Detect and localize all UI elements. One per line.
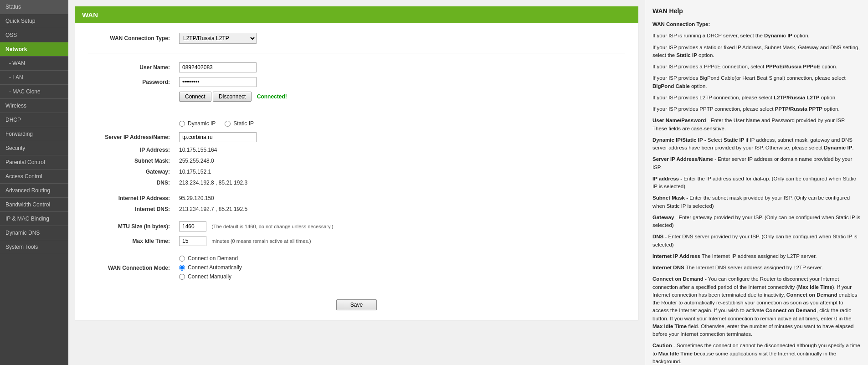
dynamic-ip-radio[interactable] bbox=[179, 121, 185, 127]
help-connection-type-heading: WAN Connection Type: bbox=[652, 21, 710, 27]
max-idle-note: minutes (0 means remain active at all ti… bbox=[211, 238, 311, 244]
dynamic-ip-option[interactable]: Dynamic IP bbox=[179, 120, 216, 127]
connect-automatically-radio[interactable] bbox=[179, 265, 185, 271]
dynamic-ip-label: Dynamic IP bbox=[188, 120, 216, 127]
help-paragraph: Internet DNS The Internet DNS server add… bbox=[652, 264, 861, 272]
server-ip-row: Server IP Address/Name: bbox=[84, 130, 629, 144]
password-row: Password: bbox=[84, 75, 629, 89]
max-idle-input[interactable] bbox=[179, 236, 206, 246]
connect-on-demand-option[interactable]: Connect on Demand bbox=[179, 255, 625, 262]
connect-manually-label: Connect Manually bbox=[188, 273, 231, 280]
subnet-mask-label: Subnet Mask: bbox=[84, 155, 175, 166]
internet-ip-row: Internet IP Address: 95.29.120.150 bbox=[84, 193, 629, 204]
dns-row: DNS: 213.234.192.8 , 85.21.192.3 bbox=[84, 177, 629, 188]
sidebar-item-wireless[interactable]: Wireless bbox=[0, 99, 68, 113]
help-paragraph: If your ISP is running a DHCP server, se… bbox=[652, 32, 861, 40]
max-idle-row: Max Idle Time: minutes (0 means remain a… bbox=[84, 234, 629, 248]
sidebar-item-network[interactable]: Network bbox=[0, 42, 68, 57]
help-paragraph: If your ISP provides PPTP connection, pl… bbox=[652, 105, 861, 113]
sidebar-item-quick-setup[interactable]: Quick Setup bbox=[0, 14, 68, 28]
help-paragraph: Server IP Address/Name - Enter server IP… bbox=[652, 155, 861, 171]
help-paragraph: User Name/Password - Enter the User Name… bbox=[652, 117, 861, 133]
server-ip-input[interactable] bbox=[179, 132, 257, 142]
page-title: WAN bbox=[75, 6, 638, 23]
connect-on-demand-label: Connect on Demand bbox=[188, 255, 238, 262]
username-row: User Name: bbox=[84, 60, 629, 75]
help-paragraph: If your ISP provides L2TP connection, pl… bbox=[652, 94, 861, 102]
help-paragraph: Internet IP Address The Internet IP addr… bbox=[652, 252, 861, 260]
connect-manually-radio[interactable] bbox=[179, 274, 185, 280]
help-paragraph: Gateway - Enter gateway provided by your… bbox=[652, 214, 861, 230]
sidebar-item-system-tools[interactable]: System Tools bbox=[0, 240, 68, 254]
static-ip-option[interactable]: Static IP bbox=[225, 120, 254, 127]
sidebar-item-mac-clone[interactable]: - MAC Clone bbox=[0, 85, 68, 99]
sidebar-item-wan[interactable]: - WAN bbox=[0, 57, 68, 71]
connect-automatically-option[interactable]: Connect Automatically bbox=[179, 264, 625, 271]
help-paragraphs: If your ISP is running a DHCP server, se… bbox=[652, 32, 861, 365]
wan-connection-mode-row: WAN Connection Mode: Connect on Demand C… bbox=[84, 253, 629, 283]
help-panel: WAN Help WAN Connection Type: If your IS… bbox=[645, 0, 868, 365]
ip-type-group: Dynamic IP Static IP bbox=[179, 120, 625, 128]
connect-manually-option[interactable]: Connect Manually bbox=[179, 273, 625, 280]
help-paragraph: Subnet Mask - Enter the subnet mask prov… bbox=[652, 194, 861, 210]
help-paragraph: If your ISP provides a static or fixed I… bbox=[652, 44, 861, 60]
mtu-label: MTU Size (in bytes): bbox=[84, 219, 175, 234]
sidebar-item-ip-mac-binding[interactable]: IP & MAC Binding bbox=[0, 212, 68, 226]
connect-buttons-row: Connect Disconnect Connected! bbox=[84, 89, 629, 104]
mtu-note: (The default is 1460, do not change unle… bbox=[211, 224, 333, 229]
password-label: Password: bbox=[84, 75, 175, 89]
wan-connection-mode-label: WAN Connection Mode: bbox=[84, 253, 175, 283]
connect-on-demand-radio[interactable] bbox=[179, 256, 185, 262]
ip-address-value: 10.175.155.164 bbox=[175, 144, 629, 155]
mtu-row: MTU Size (in bytes): (The default is 146… bbox=[84, 219, 629, 234]
subnet-mask-row: Subnet Mask: 255.255.248.0 bbox=[84, 155, 629, 166]
wan-connection-type-label: WAN Connection Type: bbox=[84, 31, 175, 46]
help-paragraph: Connect on Demand - You can configure th… bbox=[652, 275, 861, 338]
sidebar-item-dynamic-dns[interactable]: Dynamic DNS bbox=[0, 226, 68, 240]
internet-dns-label: Internet DNS: bbox=[84, 204, 175, 215]
wan-connection-type-value: L2TP/Russia L2TP Dynamic IP Static IP PP… bbox=[175, 31, 629, 46]
sidebar-item-qss[interactable]: QSS bbox=[0, 28, 68, 42]
max-idle-label: Max Idle Time: bbox=[84, 234, 175, 248]
password-input[interactable] bbox=[179, 77, 257, 87]
ip-type-row: Dynamic IP Static IP bbox=[84, 118, 629, 130]
internet-dns-row: Internet DNS: 213.234.192.7 , 85.21.192.… bbox=[84, 204, 629, 215]
sidebar-item-bandwidth-control[interactable]: Bandwidth Control bbox=[0, 198, 68, 212]
subnet-mask-value: 255.255.248.0 bbox=[175, 155, 629, 166]
sidebar-item-advanced-routing[interactable]: Advanced Routing bbox=[0, 184, 68, 198]
sidebar-item-parental-control[interactable]: Parental Control bbox=[0, 155, 68, 170]
sidebar-item-security[interactable]: Security bbox=[0, 141, 68, 155]
sidebar-item-access-control[interactable]: Access Control bbox=[0, 170, 68, 184]
disconnect-button[interactable]: Disconnect bbox=[213, 92, 252, 102]
username-input[interactable] bbox=[179, 62, 257, 72]
gateway-value: 10.175.152.1 bbox=[175, 166, 629, 177]
help-paragraph: If your ISP provides a PPPoE connection,… bbox=[652, 63, 861, 71]
save-row: Save bbox=[84, 297, 629, 313]
help-paragraph: IP address - Enter the IP address used f… bbox=[652, 175, 861, 191]
dns-label: DNS: bbox=[84, 177, 175, 188]
server-ip-label: Server IP Address/Name: bbox=[84, 130, 175, 144]
connect-button[interactable]: Connect bbox=[179, 92, 211, 102]
connect-automatically-label: Connect Automatically bbox=[188, 264, 242, 271]
mtu-input[interactable] bbox=[179, 221, 206, 231]
connected-status: Connected! bbox=[257, 93, 287, 100]
help-paragraph: Dynamic IP/Static IP - Select Static IP … bbox=[652, 136, 861, 152]
internet-ip-value: 95.29.120.150 bbox=[175, 193, 629, 204]
sidebar-item-dhcp[interactable]: DHCP bbox=[0, 113, 68, 127]
static-ip-radio[interactable] bbox=[225, 121, 231, 127]
ip-address-row: IP Address: 10.175.155.164 bbox=[84, 144, 629, 155]
ip-address-label: IP Address: bbox=[84, 144, 175, 155]
connection-mode-options: Connect on Demand Connect Automatically … bbox=[179, 255, 625, 281]
sidebar-item-lan[interactable]: - LAN bbox=[0, 71, 68, 85]
internet-dns-value: 213.234.192.7 , 85.21.192.5 bbox=[175, 204, 629, 215]
wan-connection-type-select[interactable]: L2TP/Russia L2TP Dynamic IP Static IP PP… bbox=[179, 33, 257, 44]
sidebar-item-status[interactable]: Status bbox=[0, 0, 68, 14]
sidebar-item-forwarding[interactable]: Forwarding bbox=[0, 127, 68, 141]
save-button[interactable]: Save bbox=[336, 299, 377, 310]
wan-form: WAN Connection Type: L2TP/Russia L2TP Dy… bbox=[84, 31, 629, 313]
main-content: WAN WAN Connection Type: L2TP/Russia L2T… bbox=[68, 0, 645, 365]
content-area: WAN Connection Type: L2TP/Russia L2TP Dy… bbox=[75, 23, 638, 320]
help-paragraph: DNS - Enter DNS server provided by your … bbox=[652, 233, 861, 249]
sidebar: StatusQuick SetupQSSNetwork- WAN- LAN- M… bbox=[0, 0, 68, 365]
help-title: WAN Help bbox=[652, 6, 861, 16]
